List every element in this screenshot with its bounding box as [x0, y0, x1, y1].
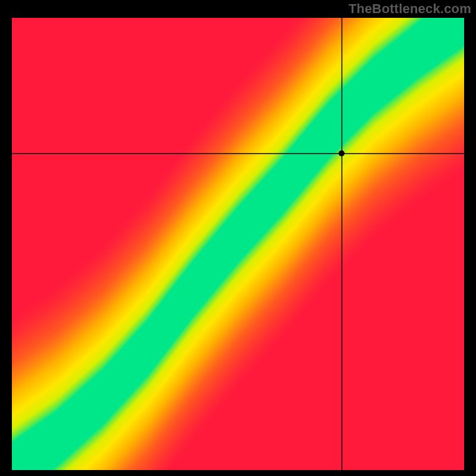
heatmap-canvas — [12, 18, 464, 470]
watermark-text: TheBottleneck.com — [349, 1, 471, 17]
chart-container: TheBottleneck.com — [0, 0, 476, 476]
heatmap-plot — [12, 18, 464, 470]
